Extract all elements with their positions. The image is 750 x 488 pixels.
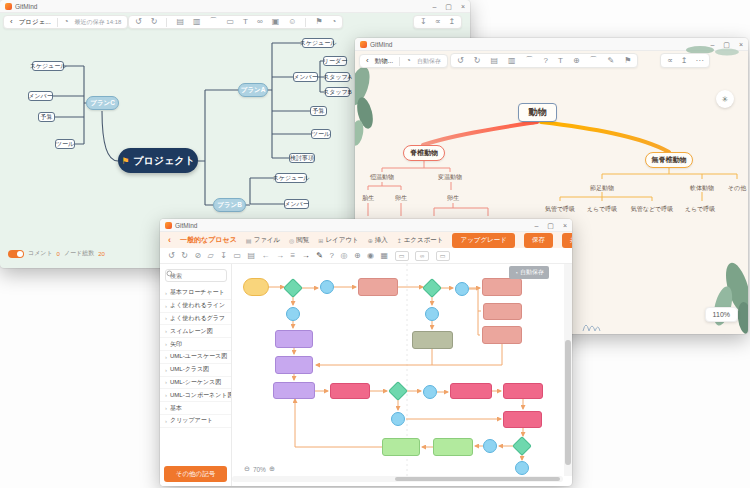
delete-icon[interactable]: ⊘ <box>194 252 201 260</box>
search-input[interactable] <box>170 273 214 279</box>
flow-node-process[interactable] <box>503 383 543 399</box>
flow-node-process[interactable] <box>358 278 398 296</box>
quick-shape-box-button[interactable]: ▭ <box>436 251 450 261</box>
flow-node-process[interactable] <box>273 382 315 399</box>
grid-icon[interactable]: ▤ <box>248 252 256 260</box>
flow-node-process[interactable] <box>433 438 473 456</box>
flow-node-process[interactable] <box>482 278 522 296</box>
category-arrows[interactable]: ›矢印 <box>160 338 231 351</box>
shape-icon[interactable]: ▭ <box>233 252 241 260</box>
map-node[interactable]: スタッフA <box>325 72 350 82</box>
menu-insert[interactable]: ⊕挿入 <box>368 236 388 245</box>
lock-icon[interactable]: ◉ <box>367 252 374 260</box>
align-right-icon[interactable]: → <box>276 252 284 260</box>
tree-node-invertebrate[interactable]: 無脊椎動物 <box>645 152 693 168</box>
flow-node-start[interactable] <box>243 278 269 296</box>
tree-node[interactable]: その他 <box>728 184 746 193</box>
flow-node-process[interactable] <box>275 356 313 374</box>
map-node[interactable]: 検討事項 <box>289 153 315 163</box>
category-basic[interactable]: ›基本 <box>160 402 231 415</box>
horizontal-scrollbar[interactable] <box>232 476 563 482</box>
pen-icon[interactable]: ✎ <box>316 252 323 260</box>
doc-title[interactable]: 一般的なプロセス <box>180 235 237 245</box>
quick-shape-rect-button[interactable]: ▭ <box>395 251 409 261</box>
menu-file[interactable]: ▤ファイル <box>246 236 280 245</box>
flow-node-connector[interactable] <box>286 307 300 321</box>
comment-toggle[interactable] <box>8 250 24 258</box>
flow-node-process[interactable] <box>412 331 453 349</box>
tree-node[interactable]: 節足動物 <box>590 184 614 193</box>
flow-node-end[interactable] <box>515 461 529 475</box>
laser-tool-button[interactable]: ✳ <box>716 90 734 108</box>
theme-icon[interactable]: ◎ <box>340 252 347 260</box>
vertical-scrollbar[interactable] <box>564 264 572 476</box>
save-button[interactable]: 保存 <box>524 233 553 248</box>
flowchart-canvas[interactable]: ◔ 自動保存 ⊖ 70% ⊕ <box>232 264 563 476</box>
share-button[interactable]: 共有 <box>562 233 572 248</box>
flow-node-connector[interactable] <box>455 282 469 296</box>
map-node[interactable]: メンバー <box>284 199 309 209</box>
category-swimlane[interactable]: ›スイムレーン図 <box>160 325 231 338</box>
back-icon[interactable]: ‹ <box>168 235 171 245</box>
upgrade-button[interactable]: アップグレード <box>452 233 514 248</box>
map-node[interactable]: メンバー <box>28 91 53 101</box>
menu-view[interactable]: ◎閲覧 <box>289 236 309 245</box>
undo-icon[interactable]: ↺ <box>168 252 175 260</box>
shape-search[interactable] <box>165 269 227 282</box>
download-icon[interactable]: ↧ <box>220 252 227 260</box>
connector-icon[interactable]: → <box>302 252 310 260</box>
panel-icon[interactable]: ▦ <box>381 252 389 260</box>
category-clipart[interactable]: ›クリップアート <box>160 415 231 428</box>
map-node-plan-c[interactable]: プランC <box>86 96 119 110</box>
category-common-graphs[interactable]: ›よく使われるグラフ <box>160 313 231 326</box>
map-node[interactable]: スケジュール <box>302 38 334 48</box>
anchor-icon[interactable]: ⊕ <box>354 252 361 260</box>
map-node[interactable]: メンバー <box>293 72 318 82</box>
category-common-lines[interactable]: ›よく使われるライン <box>160 300 231 313</box>
map-node[interactable]: リーダー <box>323 56 347 66</box>
flow-node-process[interactable] <box>450 383 492 399</box>
flow-node-connector[interactable] <box>320 280 334 294</box>
zoom-level-badge[interactable]: 110% <box>705 307 738 322</box>
map-node[interactable]: スタッフB <box>325 87 350 97</box>
zoom-in-icon[interactable]: ⊕ <box>269 465 275 473</box>
menu-export[interactable]: ↥エクスポート <box>397 236 444 245</box>
category-basic-flowchart[interactable]: ›基本フローチャート <box>160 287 231 300</box>
tree-node[interactable]: えらで呼吸 <box>685 205 715 214</box>
category-uml-sequence[interactable]: ›UML-シーケンス図 <box>160 377 231 390</box>
map-node[interactable]: 予算 <box>38 112 55 122</box>
help-icon[interactable]: ? <box>329 252 333 260</box>
align-left-icon[interactable]: ← <box>262 252 270 260</box>
flow-node-connector[interactable] <box>483 439 497 453</box>
map-node[interactable]: スケジュール <box>32 61 64 71</box>
tree-node[interactable]: 軟体動物 <box>690 184 714 193</box>
flow-node-connector[interactable] <box>423 385 437 399</box>
line-style-icon[interactable]: ≡ <box>291 252 296 260</box>
flow-node-connector[interactable] <box>391 412 405 426</box>
maximize-button[interactable]: ▢ <box>547 219 554 232</box>
tree-node[interactable]: 胎生 <box>362 194 374 203</box>
map-node[interactable]: スケジュール <box>275 173 307 183</box>
flow-node-process[interactable] <box>482 326 522 344</box>
zoom-out-icon[interactable]: ⊖ <box>244 465 250 473</box>
tree-node[interactable]: 気管などで呼吸 <box>631 205 673 214</box>
map-node[interactable]: ツール <box>311 129 331 139</box>
map-node[interactable]: 予算 <box>310 106 327 116</box>
flow-node-process[interactable] <box>275 330 313 348</box>
titlebar[interactable]: GitMind – ▢ × <box>160 219 572 232</box>
tree-node[interactable]: 卵生 <box>395 194 407 203</box>
category-uml-class[interactable]: ›UML-クラス図 <box>160 364 231 377</box>
flow-node-process[interactable] <box>503 411 542 428</box>
menu-layout[interactable]: ⊞レイアウト <box>318 236 358 245</box>
scrollbar-thumb[interactable] <box>395 477 560 481</box>
close-button[interactable]: × <box>563 219 567 232</box>
tree-node[interactable]: 卵生 <box>447 194 459 203</box>
flow-node-connector[interactable] <box>425 307 439 321</box>
map-node[interactable]: ツール <box>55 139 75 149</box>
more-shapes-button[interactable]: その他の記号 <box>164 466 227 482</box>
tree-node[interactable]: 気管で呼吸 <box>545 205 575 214</box>
scrollbar-thumb[interactable] <box>565 340 571 465</box>
category-uml-component[interactable]: ›UML-コンポーネント図 <box>160 389 231 402</box>
redo-icon[interactable]: ↻ <box>181 252 188 260</box>
copy-icon[interactable]: ▱ <box>208 252 214 260</box>
